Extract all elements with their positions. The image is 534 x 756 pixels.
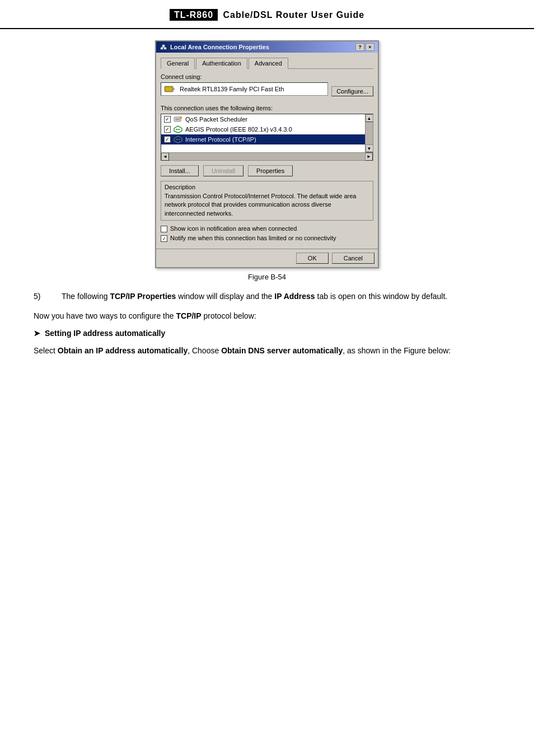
adapter-row: Realtek RTL8139 Family PCI Fast Eth: [161, 82, 328, 96]
description-group: Description Transmission Control Protoco…: [161, 181, 373, 221]
main-content: Local Area Connection Properties ? × Gen…: [0, 40, 534, 357]
tab-bar: General Authentication Advanced: [161, 57, 373, 69]
para1-before: Now you have two ways to configure the: [34, 311, 176, 320]
para1-bold: TCP/IP: [176, 311, 201, 320]
header-title: TL-R860 Cable/DSL Router User Guide: [170, 10, 364, 20]
install-button[interactable]: Install...: [161, 165, 199, 176]
configure-button[interactable]: Configure...: [331, 86, 373, 96]
tab-general[interactable]: General: [161, 58, 195, 69]
para1-after: protocol below:: [202, 311, 256, 320]
tcpip-icon: [174, 136, 182, 143]
scroll-up[interactable]: ▲: [366, 114, 373, 122]
para2-before: Select: [34, 346, 58, 355]
notify-checkbox[interactable]: ✓: [161, 235, 167, 242]
notify-label: Notify me when this connection has limit…: [170, 235, 336, 241]
header-subtitle: Cable/DSL Router User Guide: [223, 10, 365, 20]
show-icon-checkbox[interactable]: [161, 226, 167, 232]
item3-label: Internet Protocol (TCP/IP): [185, 136, 256, 143]
adapter-name: Realtek RTL8139 Family PCI Fast Eth: [180, 86, 325, 92]
step-content: The following TCP/IP Properties window w…: [62, 290, 500, 302]
step-number: 5): [34, 290, 50, 302]
show-icon-label: Show icon in notification area when conn…: [170, 225, 297, 232]
list-item[interactable]: ✓ AEGIS Protocol (IEEE 802.1x) v3.4.3.0: [161, 124, 373, 134]
properties-dialog: Local Area Connection Properties ? × Gen…: [155, 40, 379, 268]
item1-checkbox[interactable]: ✓: [164, 116, 171, 123]
horizontal-scrollbar[interactable]: ◄ ►: [161, 153, 373, 161]
para2: Select Obtain an IP address automaticall…: [34, 344, 500, 357]
scroll-track: [366, 122, 373, 144]
titlebar-left: Local Area Connection Properties: [160, 43, 269, 51]
para2-bold1: Obtain an IP address automatically: [58, 346, 188, 355]
description-label: Description: [165, 184, 369, 190]
items-label: This connection uses the following items…: [161, 105, 373, 111]
svg-rect-1: [164, 48, 166, 49]
para2-after: , as shown in the Figure below:: [343, 346, 451, 355]
para2-bold2: Obtain DNS server automatically: [221, 346, 343, 355]
svg-rect-12: [175, 118, 180, 120]
dialog-title: Local Area Connection Properties: [170, 44, 269, 50]
item2-label: AEGIS Protocol (IEEE 802.1x) v3.4.3.0: [185, 126, 292, 133]
list-item[interactable]: ✓ Internet Protocol (TCP/IP): [161, 134, 373, 144]
product-name: TL-R860: [170, 9, 218, 21]
dialog-footer: OK Cancel: [156, 249, 378, 267]
show-icon-row: Show icon in notification area when conn…: [161, 225, 373, 232]
page-header: TL-R860 Cable/DSL Router User Guide: [0, 0, 534, 29]
heading-text: Setting IP address automatically: [45, 329, 165, 338]
step5-text-after: tab is open on this window by default.: [315, 292, 448, 301]
aegis-icon: [174, 125, 182, 133]
tab-advanced[interactable]: Advanced: [249, 58, 288, 69]
svg-rect-10: [173, 90, 175, 91]
para2-middle: , Choose: [188, 346, 221, 355]
properties-button[interactable]: Properties: [248, 165, 293, 176]
svg-rect-2: [162, 45, 165, 46]
description-text: Transmission Control Protocol/Internet P…: [165, 192, 369, 218]
svg-rect-9: [173, 88, 175, 89]
action-buttons: Install... Uninstall Properties: [161, 165, 373, 176]
step5-bold1: TCP/IP Properties: [110, 292, 176, 301]
dialog-titlebar: Local Area Connection Properties ? ×: [156, 41, 378, 53]
notify-row: ✓ Notify me when this connection has lim…: [161, 235, 373, 242]
para1: Now you have two ways to configure the T…: [34, 310, 500, 322]
arrow-icon: ➤: [34, 329, 40, 338]
step5-text-before: The following: [62, 292, 110, 301]
item3-checkbox[interactable]: ✓: [164, 136, 171, 143]
step5-text-middle: window will display and the: [176, 292, 274, 301]
h-scroll-track: [169, 153, 365, 160]
item1-label: QoS Packet Scheduler: [185, 116, 247, 123]
svg-rect-0: [161, 48, 163, 49]
figure-caption: Figure B-54: [34, 273, 500, 281]
cancel-button[interactable]: Cancel: [332, 253, 374, 264]
adapter-icon: [164, 85, 175, 94]
vertical-scrollbar[interactable]: ▲ ▼: [365, 114, 373, 152]
dialog-body: General Authentication Advanced Connect …: [156, 53, 378, 249]
step5-paragraph: 5) The following TCP/IP Properties windo…: [34, 290, 500, 302]
svg-point-13: [180, 116, 182, 119]
uninstall-button[interactable]: Uninstall: [203, 165, 243, 176]
tab-authentication[interactable]: Authentication: [196, 58, 247, 69]
item2-checkbox[interactable]: ✓: [164, 126, 171, 133]
qos-icon: [174, 115, 182, 123]
list-item[interactable]: ✓ QoS Packet Scheduler: [161, 114, 373, 124]
svg-rect-8: [166, 87, 172, 91]
close-button[interactable]: ×: [366, 43, 374, 51]
scroll-right[interactable]: ►: [365, 153, 373, 161]
dialog-container: Local Area Connection Properties ? × Gen…: [34, 40, 500, 268]
connect-using-label: Connect using:: [161, 73, 373, 80]
scroll-left[interactable]: ◄: [161, 153, 169, 161]
ok-button[interactable]: OK: [296, 253, 329, 264]
help-button[interactable]: ?: [355, 43, 364, 51]
items-list: ✓ QoS Packet Scheduler ✓: [161, 114, 373, 153]
titlebar-buttons: ? ×: [355, 43, 374, 51]
scroll-down[interactable]: ▼: [366, 144, 373, 152]
network-icon: [160, 43, 167, 51]
step5-bold2: IP Address: [274, 292, 315, 301]
section-heading: ➤ Setting IP address automatically: [34, 329, 500, 338]
